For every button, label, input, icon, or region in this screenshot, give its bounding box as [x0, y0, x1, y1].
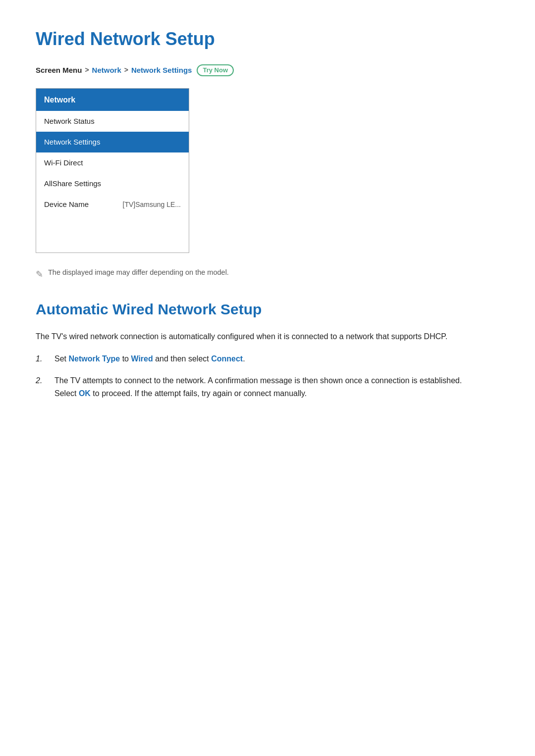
menu-item-allshare-settings[interactable]: AllShare Settings [36, 173, 189, 194]
step-2-number: 2. [36, 374, 48, 401]
menu-item-network-status[interactable]: Network Status [36, 111, 189, 132]
breadcrumb-screen-menu: Screen Menu [36, 64, 82, 76]
menu-item-device-name[interactable]: Device Name [TV]Samsung LE... [36, 194, 189, 215]
note-text: The displayed image may differ depending… [48, 267, 229, 278]
step-1-connect: Connect [211, 354, 243, 363]
menu-item-network-settings-label: Network Settings [44, 136, 100, 148]
breadcrumb: Screen Menu > Network > Network Settings… [36, 64, 499, 76]
menu-item-allshare-settings-label: AllShare Settings [44, 178, 101, 190]
step-1-wired: Wired [131, 354, 153, 363]
steps-list: 1. Set Network Type to Wired and then se… [36, 353, 499, 401]
menu-item-wifi-direct-label: Wi-Fi Direct [44, 157, 83, 169]
step-2-text: The TV attempts to connect to the networ… [54, 374, 482, 401]
tv-menu-box: Network Network Status Network Settings … [36, 88, 189, 253]
menu-item-wifi-direct[interactable]: Wi-Fi Direct [36, 152, 189, 173]
try-now-badge[interactable]: Try Now [197, 64, 234, 76]
step-1-network-type: Network Type [68, 354, 120, 363]
breadcrumb-network[interactable]: Network [92, 64, 121, 76]
menu-item-network-status-label: Network Status [44, 115, 95, 127]
note-row: ✎ The displayed image may differ dependi… [36, 267, 499, 282]
note-icon: ✎ [36, 267, 43, 282]
menu-item-network-settings[interactable]: Network Settings [36, 132, 189, 152]
step-1: 1. Set Network Type to Wired and then se… [36, 353, 482, 365]
menu-empty-row-1 [36, 215, 189, 234]
breadcrumb-sep-2: > [124, 64, 128, 75]
breadcrumb-sep-1: > [85, 64, 89, 75]
tv-menu-header: Network [36, 89, 189, 111]
step-1-number: 1. [36, 353, 48, 365]
page-title: Wired Network Setup [36, 25, 499, 53]
step-1-text: Set Network Type to Wired and then selec… [54, 353, 245, 365]
step-2-ok: OK [79, 389, 91, 398]
step-2: 2. The TV attempts to connect to the net… [36, 374, 482, 401]
auto-section-title: Automatic Wired Network Setup [36, 298, 499, 321]
menu-item-device-name-value: [TV]Samsung LE... [123, 199, 181, 210]
auto-section-intro: The TV's wired network connection is aut… [36, 330, 482, 343]
menu-item-device-name-label: Device Name [44, 199, 89, 210]
menu-empty-row-2 [36, 234, 189, 252]
breadcrumb-network-settings[interactable]: Network Settings [131, 64, 192, 76]
